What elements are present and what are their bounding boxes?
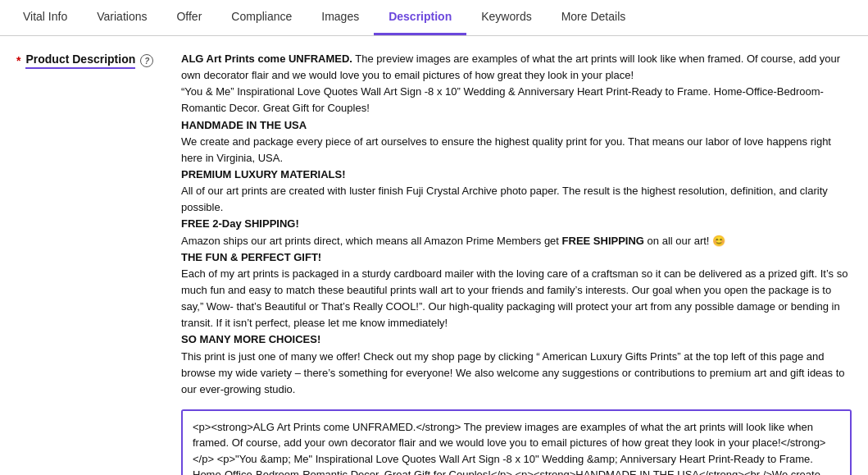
tab-compliance[interactable]: Compliance (216, 0, 307, 35)
tabs-bar: Vital InfoVariationsOfferComplianceImage… (0, 0, 868, 36)
tab-description[interactable]: Description (374, 0, 466, 35)
tab-more-details[interactable]: More Details (547, 0, 641, 35)
tab-offer[interactable]: Offer (161, 0, 216, 35)
tab-images[interactable]: Images (307, 0, 374, 35)
field-label-col: * Product Description ? (16, 51, 168, 69)
help-icon[interactable]: ? (140, 54, 153, 67)
tab-keywords[interactable]: Keywords (466, 0, 546, 35)
product-description-row: * Product Description ? ALG Art Prints c… (16, 51, 852, 475)
main-content: * Product Description ? ALG Art Prints c… (0, 36, 868, 475)
field-content-col: ALG Art Prints come UNFRAMED. The previe… (181, 51, 852, 475)
tab-variations[interactable]: Variations (82, 0, 161, 35)
field-label: Product Description (25, 53, 135, 69)
description-display: ALG Art Prints come UNFRAMED. The previe… (181, 51, 852, 398)
field-label-wrapper: * Product Description ? (16, 53, 168, 69)
tab-vital-info[interactable]: Vital Info (8, 0, 82, 35)
description-textarea[interactable] (181, 409, 852, 475)
required-star: * (16, 54, 20, 67)
